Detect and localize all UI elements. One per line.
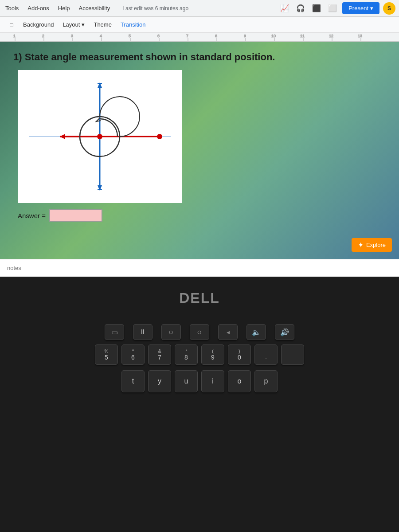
answer-input[interactable] (49, 209, 102, 222)
present-button[interactable]: Present ▾ (342, 2, 379, 14)
vol-key[interactable]: 🔈 (246, 324, 266, 340)
number-row: % 5 ^ 6 & 7 * 8 ( 9 ) 0 (13, 344, 386, 365)
menu-addons[interactable]: Add-ons (26, 4, 51, 12)
key-8-num: 8 (184, 354, 188, 361)
back-key-icon: ◂ (227, 329, 230, 336)
key-p[interactable]: p (254, 370, 278, 392)
svg-text:10: 10 (271, 34, 276, 38)
key-7-sym: & (158, 349, 161, 354)
svg-text:5: 5 (129, 34, 131, 38)
toolbar-theme[interactable]: Theme (90, 20, 115, 30)
key-o[interactable]: o (228, 370, 251, 392)
pause-key[interactable]: ⏸ (133, 324, 153, 340)
menu-items: Tools Add-ons Help Accessibility (4, 4, 112, 12)
circle-key-icon: ○ (169, 328, 174, 337)
circle-key[interactable]: ○ (161, 324, 181, 340)
back-key[interactable]: ◂ (218, 324, 238, 340)
circle-key2[interactable]: ○ (190, 324, 209, 340)
screen-key-icon: ▭ (111, 328, 118, 336)
key-equal[interactable] (281, 344, 304, 365)
svg-text:7: 7 (186, 34, 188, 38)
vol-up-key-icon: 🔊 (280, 328, 289, 336)
svg-text:11: 11 (300, 34, 305, 38)
menu-tools[interactable]: Tools (4, 4, 20, 12)
dell-logo: DELL (179, 290, 220, 306)
key-minus-num: - (265, 354, 267, 361)
pause-key-icon: ⏸ (139, 328, 146, 336)
present-dropdown-icon[interactable]: ⬜ (326, 2, 339, 15)
key-9-num: 9 (211, 354, 215, 361)
circle-key2-icon: ○ (197, 328, 202, 337)
layout-dropdown-icon: ▾ (82, 21, 85, 28)
key-minus-sym: _ (265, 348, 268, 354)
answer-label: Answer = (18, 212, 46, 219)
trending-icon[interactable]: 📈 (278, 2, 291, 15)
key-u[interactable]: u (175, 370, 198, 392)
key-i[interactable]: i (201, 370, 224, 392)
diagram-container (18, 70, 182, 203)
svg-rect-0 (2, 33, 399, 42)
key-u-label: u (184, 377, 188, 385)
user-avatar[interactable]: S (383, 2, 395, 15)
key-y[interactable]: y (148, 370, 171, 392)
svg-text:8: 8 (215, 34, 217, 38)
screen-icon[interactable]: ⬛ (310, 2, 323, 15)
svg-text:1: 1 (13, 34, 16, 38)
last-edit-text: Last edit was 6 minutes ago (122, 5, 188, 12)
svg-text:4: 4 (100, 34, 102, 38)
keyboard-area: ▭ ⏸ ○ ○ ◂ 🔈 🔊 % 5 (0, 324, 399, 396)
key-6-sym: ^ (132, 349, 134, 354)
toolbar: ◻ Background Layout ▾ Theme Transition (0, 17, 399, 33)
vol-up-key[interactable]: 🔊 (275, 324, 294, 340)
svg-text:9: 9 (244, 34, 246, 38)
explore-button[interactable]: ✦ Explore (352, 238, 392, 252)
key-5-num: 5 (105, 354, 108, 361)
key-7-num: 7 (158, 354, 161, 361)
ruler-marks: 1 2 3 4 5 6 7 8 9 10 11 12 13 (2, 33, 397, 41)
toolbar-layout[interactable]: Layout ▾ (59, 20, 88, 30)
toolbar-transition[interactable]: Transition (117, 20, 149, 30)
top-menu-bar: Tools Add-ons Help Accessibility Last ed… (0, 0, 399, 17)
answer-row: Answer = (18, 209, 386, 222)
angle-diagram (24, 79, 175, 194)
key-8-sym: * (185, 349, 187, 354)
key-5[interactable]: % 5 (95, 344, 118, 365)
vol-key-icon: 🔈 (252, 328, 261, 336)
key-i-label: i (212, 377, 214, 385)
top-right-area: 📈 🎧 ⬛ ⬜ Present ▾ S (278, 2, 395, 15)
svg-text:2: 2 (42, 34, 44, 38)
key-9[interactable]: ( 9 (201, 344, 224, 365)
slide-title: 1) State angle measurement shown in stan… (13, 51, 386, 63)
toolbar-background[interactable]: Background (20, 20, 57, 30)
key-0[interactable]: ) 0 (228, 344, 251, 365)
slide-content: 1) State angle measurement shown in stan… (0, 42, 399, 231)
key-8[interactable]: * 8 (175, 344, 198, 365)
back-icon[interactable]: ◻ (5, 19, 18, 31)
key-5-sym: % (105, 349, 109, 354)
key-7[interactable]: & 7 (148, 344, 171, 365)
notes-label: notes (7, 265, 21, 271)
svg-text:6: 6 (157, 34, 160, 38)
svg-point-34 (157, 134, 162, 139)
menu-accessibility[interactable]: Accessibility (77, 4, 112, 12)
notes-bar: notes (0, 259, 399, 277)
letter-row-tyuiop: t y u i o p (13, 370, 386, 392)
headphone-icon[interactable]: 🎧 (294, 2, 307, 15)
special-fn-row: ▭ ⏸ ○ ○ ◂ 🔈 🔊 (13, 324, 386, 340)
key-p-label: p (264, 377, 268, 385)
svg-text:13: 13 (358, 34, 362, 38)
key-6[interactable]: ^ 6 (121, 344, 145, 365)
key-minus[interactable]: _ - (254, 344, 278, 365)
key-o-label: o (238, 377, 242, 385)
menu-help[interactable]: Help (56, 4, 72, 12)
key-y-label: y (158, 377, 161, 385)
screen-key[interactable]: ▭ (105, 324, 124, 340)
svg-text:3: 3 (71, 34, 73, 38)
key-t[interactable]: t (121, 370, 145, 392)
chevron-down-icon: ▾ (370, 5, 373, 12)
slide-area: 1) State angle measurement shown in stan… (0, 42, 399, 259)
key-9-sym: ( (212, 349, 213, 354)
svg-text:12: 12 (329, 34, 333, 38)
key-0-sym: ) (239, 349, 240, 354)
key-0-num: 0 (238, 354, 241, 361)
